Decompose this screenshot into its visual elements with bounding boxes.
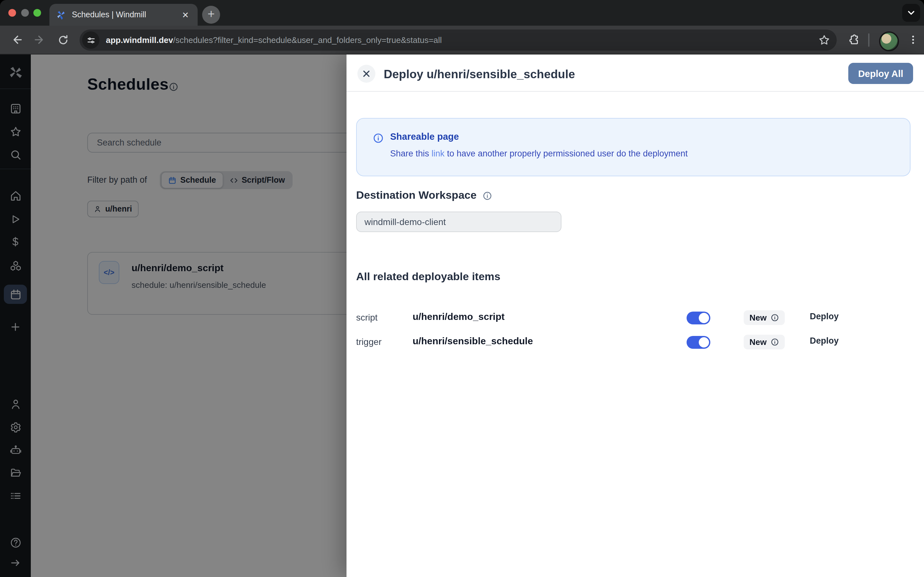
item-deploy-button[interactable]: Deploy [810, 336, 838, 346]
info-body-suffix: to have another properly permissioned us… [445, 149, 688, 158]
info-icon [373, 133, 384, 143]
tab-search-chevron-button[interactable] [902, 4, 920, 22]
toggle-knob [699, 337, 709, 348]
drawer-header-divider [347, 91, 924, 92]
new-tab-button[interactable]: + [202, 6, 220, 24]
browser-window: Schedules | Windmill ✕ + app.wind [0, 0, 924, 577]
info-box-title: Shareable page [390, 131, 459, 142]
site-info-button[interactable] [82, 31, 99, 49]
extensions-puzzle-icon [847, 34, 859, 46]
reload-button[interactable] [55, 32, 71, 47]
minimize-window-button[interactable] [21, 9, 29, 17]
item-enabled-toggle[interactable] [687, 311, 710, 324]
close-icon [362, 69, 371, 78]
profile-avatar[interactable] [879, 31, 899, 51]
share-link[interactable]: link [431, 149, 445, 158]
tab-close-icon[interactable]: ✕ [180, 9, 191, 21]
browser-toolbar: app.windmill.dev/schedules?filter_kind=s… [0, 26, 924, 55]
destination-info-icon[interactable] [482, 191, 492, 200]
url-host: app.windmill.dev [106, 35, 173, 45]
item-kind: script [356, 312, 378, 322]
item-status-badge: New [744, 310, 784, 325]
tab-title: Schedules | Windmill [72, 10, 180, 19]
toggle-knob [699, 313, 709, 323]
item-path: u/henri/sensible_schedule [413, 335, 533, 346]
windmill-favicon-icon [56, 10, 66, 20]
back-button[interactable] [9, 32, 24, 47]
status-info-icon[interactable] [771, 314, 779, 322]
url-path: /schedules?filter_kind=schedule&user_and… [173, 35, 442, 45]
item-deploy-button[interactable]: Deploy [810, 311, 838, 321]
bookmark-star-icon [818, 34, 830, 46]
item-kind: trigger [356, 337, 381, 347]
kebab-menu-icon [908, 35, 918, 45]
back-arrow-icon [10, 33, 23, 46]
destination-workspace-text: Destination Workspace [356, 189, 477, 202]
deploy-all-button[interactable]: Deploy All [848, 63, 913, 84]
app-viewport: Schedules Filter by path of Schedule Scr… [0, 55, 924, 577]
tune-icon [86, 35, 95, 45]
zoom-window-button[interactable] [33, 9, 41, 17]
extensions-button[interactable] [846, 32, 861, 47]
forward-arrow-icon [33, 33, 46, 46]
bookmark-button[interactable] [818, 34, 830, 46]
browser-tab[interactable]: Schedules | Windmill ✕ [49, 4, 198, 26]
reload-icon [57, 34, 69, 46]
destination-workspace-input[interactable] [356, 211, 561, 232]
chevron-down-icon [907, 8, 916, 17]
item-path: u/henri/demo_script [413, 311, 505, 322]
toolbar-separator [868, 33, 869, 47]
url-text: app.windmill.dev/schedules?filter_kind=s… [106, 35, 818, 45]
item-enabled-toggle[interactable] [687, 336, 710, 349]
close-window-button[interactable] [8, 9, 16, 17]
status-text: New [750, 313, 766, 322]
destination-workspace-label: Destination Workspace [356, 189, 492, 202]
shareable-page-info-box: Shareable page Share this link to have a… [356, 118, 911, 176]
drawer-backdrop[interactable] [0, 55, 347, 577]
status-info-icon[interactable] [771, 338, 779, 346]
tab-strip: Schedules | Windmill ✕ + [0, 0, 924, 26]
drawer-close-button[interactable] [357, 65, 375, 83]
deployable-row-script: script u/henri/demo_script New Deploy [347, 309, 924, 326]
status-text: New [750, 337, 766, 347]
info-body-prefix: Share this [390, 149, 431, 158]
item-status-badge: New [744, 335, 784, 350]
forward-button[interactable] [32, 32, 47, 47]
browser-menu-button[interactable] [905, 32, 921, 47]
deployable-items-heading: All related deployable items [356, 271, 501, 284]
deployable-row-trigger: trigger u/henri/sensible_schedule New De… [347, 334, 924, 351]
address-bar[interactable]: app.windmill.dev/schedules?filter_kind=s… [79, 29, 837, 51]
deploy-drawer: Deploy u/henri/sensible_schedule Deploy … [347, 55, 924, 577]
drawer-title: Deploy u/henri/sensible_schedule [384, 67, 575, 81]
info-box-body: Share this link to have another properly… [390, 149, 688, 158]
